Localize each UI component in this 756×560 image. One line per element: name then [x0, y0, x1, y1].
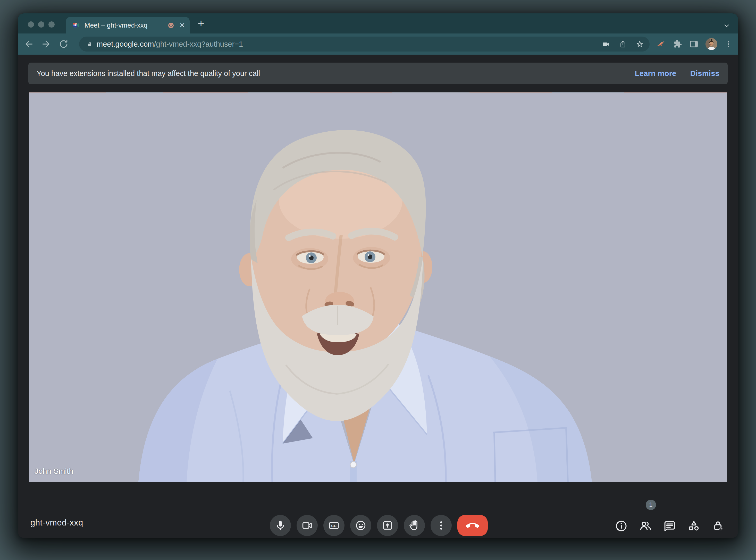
url-path: /ght-vmed-xxq?authuser=1: [154, 40, 243, 48]
tls-lock-icon: [86, 41, 93, 47]
dismiss-link[interactable]: Dismiss: [690, 69, 719, 78]
minimize-window-button[interactable]: [38, 21, 44, 27]
camera-button[interactable]: [297, 515, 318, 536]
url-text: meet.google.com/ght-vmed-xxq?authuser=1: [97, 40, 243, 48]
participants-count-badge: 1: [646, 500, 656, 510]
toolbar-right-cluster: [655, 34, 733, 55]
meet-favicon: [72, 21, 80, 29]
emoji-smile-icon: [355, 520, 367, 532]
more-vert-icon: [435, 520, 447, 532]
tab-strip: Meet – ght-vmed-xxq ✕ +: [18, 14, 738, 34]
present-screen-icon: [382, 520, 394, 532]
reload-button[interactable]: [58, 38, 69, 50]
raise-hand-icon: [409, 520, 420, 532]
browser-menu-kebab-icon[interactable]: [724, 40, 733, 48]
microphone-button[interactable]: [270, 515, 291, 536]
profile-avatar[interactable]: [705, 38, 717, 50]
reactions-button[interactable]: [350, 515, 371, 536]
raise-hand-button[interactable]: [404, 515, 425, 536]
activities-icon: [687, 519, 701, 533]
participant-video-tile[interactable]: John Smith: [29, 92, 727, 482]
new-tab-button[interactable]: +: [195, 18, 207, 29]
participant-name-tag: John Smith: [35, 467, 73, 476]
browser-window: Meet – ght-vmed-xxq ✕ + meet.google.com/…: [18, 14, 738, 538]
tab-close-button[interactable]: ✕: [179, 22, 185, 28]
address-bar-actions: [602, 40, 644, 48]
close-window-button[interactable]: [28, 21, 34, 27]
panel-controls: [614, 518, 726, 534]
meeting-details-button[interactable]: [614, 518, 629, 534]
end-call-button[interactable]: [457, 515, 488, 536]
tab-search-chevron-down-icon[interactable]: [722, 22, 731, 30]
learn-more-link[interactable]: Learn more: [635, 69, 676, 78]
captions-icon: CC: [328, 520, 340, 532]
people-button[interactable]: [638, 518, 653, 534]
camera-allowed-button[interactable]: [602, 40, 611, 48]
bookmark-star-icon[interactable]: [635, 40, 644, 48]
browser-toolbar: meet.google.com/ght-vmed-xxq?authuser=1: [18, 34, 738, 55]
tab-title: Meet – ght-vmed-xxq: [84, 21, 168, 29]
meeting-code: ght-vmed-xxq: [31, 518, 83, 527]
host-controls-lock-icon: [712, 519, 725, 533]
url-host: meet.google.com: [97, 40, 154, 48]
forward-button[interactable]: [40, 38, 52, 50]
window-controls: [28, 21, 55, 27]
bird-extension-button[interactable]: [655, 39, 666, 49]
address-bar[interactable]: meet.google.com/ght-vmed-xxq?authuser=1: [79, 37, 650, 52]
chat-icon: [663, 519, 676, 533]
side-panel-icon[interactable]: [689, 39, 699, 49]
microphone-icon: [274, 520, 286, 532]
call-controls: CC: [270, 515, 488, 536]
banner-actions: Learn more Dismiss: [635, 69, 719, 78]
browser-tab[interactable]: Meet – ght-vmed-xxq ✕: [66, 17, 190, 34]
banner-message: You have extensions installed that may a…: [37, 69, 260, 78]
captions-label: CC: [331, 524, 337, 528]
chat-button[interactable]: [662, 518, 677, 534]
extensions-warning-banner: You have extensions installed that may a…: [28, 63, 728, 84]
extensions-puzzle-icon[interactable]: [673, 39, 682, 49]
back-button[interactable]: [23, 38, 35, 50]
host-controls-button[interactable]: [710, 518, 726, 534]
videocam-icon: [301, 520, 313, 532]
captions-button[interactable]: CC: [323, 515, 344, 536]
participant-portrait: [29, 92, 727, 482]
info-icon: [615, 519, 628, 533]
end-call-icon: [466, 519, 479, 532]
share-button[interactable]: [619, 40, 627, 48]
people-icon: [639, 519, 652, 533]
present-button[interactable]: [377, 515, 398, 536]
more-options-button[interactable]: [431, 515, 452, 536]
camera-active-indicator-icon: [168, 23, 174, 28]
zoom-window-button[interactable]: [48, 21, 55, 27]
activities-button[interactable]: [686, 518, 702, 534]
